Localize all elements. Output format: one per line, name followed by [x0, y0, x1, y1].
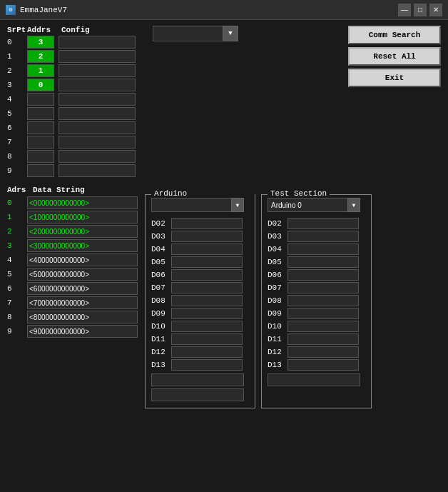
addr-box-9	[27, 164, 54, 177]
test-pin-input-d06[interactable]	[287, 269, 359, 281]
srpt-num-1: 1	[7, 52, 27, 61]
ds-row-1: 1	[7, 211, 138, 224]
config-input-4[interactable]	[58, 93, 136, 106]
top-dropdown[interactable]	[153, 26, 238, 41]
addr-box-1: 2	[27, 50, 54, 63]
srpt-num-9: 9	[7, 166, 27, 175]
config-input-9[interactable]	[58, 164, 136, 177]
arduino-pin-input-d09[interactable]	[171, 308, 243, 319]
test-pin-label-d13: D13	[268, 361, 287, 369]
arduino-pin-input-d05[interactable]	[171, 256, 243, 268]
test-pin-input-d02[interactable]	[287, 218, 359, 229]
ds-num-0: 0	[7, 199, 27, 207]
arduino-pin-input-d08[interactable]	[171, 295, 243, 306]
ds-value-8[interactable]	[27, 311, 138, 323]
maximize-button[interactable]: □	[414, 4, 427, 16]
ds-num-6: 6	[7, 284, 27, 293]
arduino-pin-input-d13[interactable]	[171, 359, 243, 371]
ds-value-4[interactable]	[27, 253, 138, 266]
ds-row-5: 5	[7, 268, 138, 281]
test-pin-input-d08[interactable]	[287, 295, 359, 306]
config-input-7[interactable]	[58, 136, 136, 149]
titlebar: ⚙ EmmaJaneV7 — □ ✕	[0, 0, 448, 20]
test-pin-input-d13[interactable]	[287, 359, 359, 371]
ds-row-9: 9	[7, 325, 138, 338]
addr-box-0: 3	[27, 36, 54, 49]
arduino-pin-input-d10[interactable]	[171, 321, 243, 332]
ds-value-0[interactable]	[27, 196, 138, 209]
ds-value-7[interactable]	[27, 296, 138, 309]
config-input-8[interactable]	[58, 150, 136, 163]
arduino-pin-input-d06[interactable]	[171, 269, 243, 281]
exit-button[interactable]: Exit	[348, 69, 441, 87]
arduino-pin-input-d12[interactable]	[171, 346, 243, 358]
srpt-num-2: 2	[7, 66, 27, 75]
srpt-row: 1 2	[7, 50, 140, 63]
test-pin-input-d07[interactable]	[287, 282, 359, 293]
srpt-row: 4	[7, 93, 140, 106]
top-dropdown-wrapper: ▼	[153, 26, 238, 41]
srpt-num-4: 4	[7, 95, 27, 104]
app-icon: ⚙	[6, 5, 16, 15]
arduino-config-dropdown[interactable]	[151, 198, 244, 212]
reset-all-button[interactable]: Reset All	[348, 47, 441, 66]
arduino-pin-label-d08: D08	[151, 296, 171, 305]
test-pin-input-d04[interactable]	[287, 244, 359, 255]
ds-value-1[interactable]	[27, 211, 138, 224]
test-pin-input-d12[interactable]	[287, 346, 359, 358]
test-pin-input-d11[interactable]	[287, 333, 359, 345]
addr-box-6	[27, 121, 54, 134]
arduino-pin-input-d02[interactable]	[171, 218, 243, 229]
srpt-num-6: 6	[7, 124, 27, 132]
test-pin-row-d05: D05	[268, 256, 365, 268]
arduino-pin-label-d06: D06	[151, 271, 171, 279]
arduino-pin-label-d10: D10	[151, 322, 171, 331]
config-input-6[interactable]	[58, 121, 136, 134]
ds-value-3[interactable]	[27, 239, 138, 252]
srpt-row: 7	[7, 136, 140, 149]
ds-num-8: 8	[7, 313, 27, 321]
ds-value-6[interactable]	[27, 282, 138, 295]
arduino-pin-input-d07[interactable]	[171, 282, 243, 293]
test-pin-row-d04: D04	[268, 244, 365, 255]
test-extra-input[interactable]	[268, 373, 360, 386]
srpt-row: 0 3	[7, 36, 140, 49]
ds-row-4: 4	[7, 253, 138, 266]
config-input-1[interactable]	[58, 50, 136, 63]
arduino-pin-input-d11[interactable]	[171, 333, 243, 345]
minimize-button[interactable]: —	[398, 4, 411, 16]
arduino-pin-row-d13: D13	[151, 359, 249, 371]
test-pin-label-d02: D02	[268, 219, 287, 228]
test-pin-input-d10[interactable]	[287, 321, 359, 332]
test-pin-input-d03[interactable]	[287, 231, 359, 242]
addr-box-3: 0	[27, 79, 54, 91]
test-pin-row-d09: D09	[268, 308, 365, 319]
ds-row-6: 6	[7, 282, 138, 295]
ds-value-9[interactable]	[27, 325, 138, 338]
srpt-num-5: 5	[7, 109, 27, 118]
config-input-0[interactable]	[58, 36, 136, 49]
arduino-extra-input-1[interactable]	[151, 373, 244, 386]
close-button[interactable]: ✕	[429, 4, 442, 16]
config-input-3[interactable]	[58, 79, 136, 91]
config-input-2[interactable]	[58, 64, 136, 77]
test-pin-input-d05[interactable]	[287, 256, 359, 268]
test-section-dropdown[interactable]: Arduino 0	[268, 198, 360, 212]
arduino-pin-label-d02: D02	[151, 219, 171, 228]
config-input-5[interactable]	[58, 107, 136, 120]
top-row: SrPt Addrs Config 0 3 1 2 2 1	[7, 26, 441, 179]
test-dropdown-wrapper: Arduino 0 ▼	[268, 198, 360, 215]
arduino-dropdown-wrapper: ▼	[151, 198, 244, 215]
arduino-pin-label-d11: D11	[151, 335, 171, 343]
ds-value-2[interactable]	[27, 225, 138, 238]
srpt-num-8: 8	[7, 152, 27, 161]
arduino-pin-input-d04[interactable]	[171, 244, 243, 255]
arduino-extra-input-2[interactable]	[151, 388, 244, 401]
comm-search-button[interactable]: Comm Search	[348, 26, 441, 44]
arduino-pin-input-d03[interactable]	[171, 231, 243, 242]
ds-value-5[interactable]	[27, 268, 138, 281]
test-pin-row-d11: D11	[268, 333, 365, 345]
test-pin-input-d09[interactable]	[287, 308, 359, 319]
test-pin-row-d12: D12	[268, 346, 365, 358]
test-pin-row-d08: D08	[268, 295, 365, 306]
